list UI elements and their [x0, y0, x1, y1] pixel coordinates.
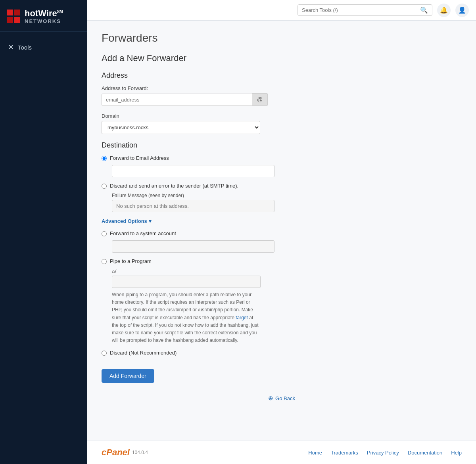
bell-icon: 🔔	[440, 6, 448, 14]
system-account-input-wrap	[112, 240, 462, 253]
logo-sq-red-1	[7, 10, 13, 15]
logo-brand: hotWireSM NETWORKS	[25, 9, 63, 24]
notifications-button[interactable]: 🔔	[437, 4, 451, 17]
radio-pipe-option: Pipe to a Program	[102, 258, 462, 264]
radio-discard-option: Discard and send an error to the sender …	[102, 183, 462, 189]
footer-link-documentation[interactable]: Documentation	[408, 450, 442, 456]
logo-networks: NETWORKS	[25, 18, 63, 24]
sidebar: hotWireSM NETWORKS ✕ Tools	[0, 0, 87, 464]
sidebar-logo: hotWireSM NETWORKS	[0, 0, 87, 32]
go-back-label: Go Back	[275, 395, 295, 401]
add-forwarder-button[interactable]: Add Forwarder	[102, 369, 154, 383]
target-link[interactable]: target	[236, 315, 248, 320]
address-section-title: Address	[102, 71, 462, 80]
footer-link-trademarks[interactable]: Trademarks	[331, 450, 358, 456]
address-row: @	[102, 93, 462, 106]
address-section: Address Address to Forward: @ Domain myb…	[102, 71, 462, 134]
logo-sq-darkred-1	[14, 10, 20, 15]
footer: cPanel 104.0.4 Home Trademarks Privacy P…	[87, 441, 476, 464]
go-back-link[interactable]: ⊕ Go Back	[268, 395, 295, 402]
pipe-program-input[interactable]	[112, 276, 261, 288]
footer-links: Home Trademarks Privacy Policy Documenta…	[308, 450, 462, 456]
radio-system[interactable]	[102, 231, 107, 236]
page-title: Forwarders	[102, 32, 462, 44]
radio-discard[interactable]	[102, 184, 107, 189]
cpanel-brand: cPanel	[102, 447, 130, 458]
footer-link-privacy[interactable]: Privacy Policy	[367, 450, 399, 456]
radio-discard-nr-option: Discard (Not Recommended)	[102, 350, 462, 356]
search-input[interactable]	[302, 7, 420, 13]
home-icon: ⌂	[112, 268, 115, 274]
advanced-options-label: Advanced Options	[102, 218, 147, 224]
go-back-icon: ⊕	[268, 395, 273, 402]
radio-system-option: Forward to a system account	[102, 230, 462, 236]
address-to-forward-group: Address to Forward: @	[102, 85, 462, 106]
pipe-info-text: When piping to a program, you should ent…	[112, 291, 261, 344]
logo-sq-red-2	[14, 17, 20, 23]
user-icon: 👤	[458, 6, 466, 14]
radio-system-label[interactable]: Forward to a system account	[110, 230, 176, 236]
tools-icon: ✕	[8, 43, 14, 52]
cpanel-version: 104.0.4	[132, 450, 148, 455]
radio-discard-nr[interactable]	[102, 351, 107, 356]
radio-discard-nr-label[interactable]: Discard (Not Recommended)	[110, 350, 177, 356]
domain-label: Domain	[102, 113, 462, 119]
system-account-input[interactable]	[112, 240, 274, 253]
radio-email-label[interactable]: Forward to Email Address	[110, 155, 169, 161]
logo-hotwire: hotWireSM	[25, 9, 63, 18]
failure-message-label: Failure Message (seen by sender)	[112, 193, 462, 198]
logo-squares	[7, 10, 21, 24]
radio-email-option: Forward to Email Address	[102, 155, 462, 161]
home-path: /	[115, 268, 117, 274]
domain-group: Domain mybusiness.rocks	[102, 113, 462, 134]
pipe-program-wrap: ⌂/ When piping to a program, you should …	[112, 268, 462, 344]
sidebar-nav: ✕ Tools	[0, 32, 87, 63]
pipe-home-path: ⌂/	[112, 268, 462, 274]
destination-section: Destination Forward to Email Address Dis…	[102, 141, 462, 356]
search-button[interactable]: 🔍	[420, 6, 428, 14]
failure-message-input[interactable]	[112, 200, 274, 212]
go-back-row: ⊕ Go Back	[102, 395, 462, 402]
radio-email[interactable]	[102, 156, 107, 161]
address-input[interactable]	[102, 94, 252, 106]
content-area: Forwarders Add a New Forwarder Address A…	[87, 21, 476, 441]
destination-section-title: Destination	[102, 141, 462, 150]
radio-pipe-label[interactable]: Pipe to a Program	[110, 258, 152, 264]
user-account-button[interactable]: 👤	[455, 4, 469, 17]
logo-sq-darkred-2	[7, 17, 13, 23]
sidebar-tools-label: Tools	[18, 44, 32, 51]
failure-message-wrap: Failure Message (seen by sender)	[112, 193, 462, 212]
radio-pipe[interactable]	[102, 259, 107, 264]
add-forwarder-title: Add a New Forwarder	[102, 53, 462, 63]
address-to-forward-label: Address to Forward:	[102, 85, 462, 91]
advanced-options-link[interactable]: Advanced Options ▾	[102, 218, 152, 224]
header: 🔍 🔔 👤	[87, 0, 476, 21]
email-forward-input[interactable]	[112, 165, 274, 177]
main-content: 🔍 🔔 👤 Forwarders Add a New Forwarder Add…	[87, 0, 476, 464]
email-forward-input-wrap	[112, 165, 462, 177]
radio-discard-label[interactable]: Discard and send an error to the sender …	[110, 183, 238, 189]
cpanel-logo: cPanel 104.0.4	[102, 447, 148, 458]
footer-link-home[interactable]: Home	[308, 450, 322, 456]
at-button[interactable]: @	[252, 93, 268, 106]
sidebar-item-tools[interactable]: ✕ Tools	[0, 39, 87, 56]
footer-link-help[interactable]: Help	[451, 450, 462, 456]
search-wrap: 🔍	[298, 4, 432, 16]
advanced-options-arrow: ▾	[149, 218, 152, 224]
domain-select[interactable]: mybusiness.rocks	[102, 121, 260, 134]
